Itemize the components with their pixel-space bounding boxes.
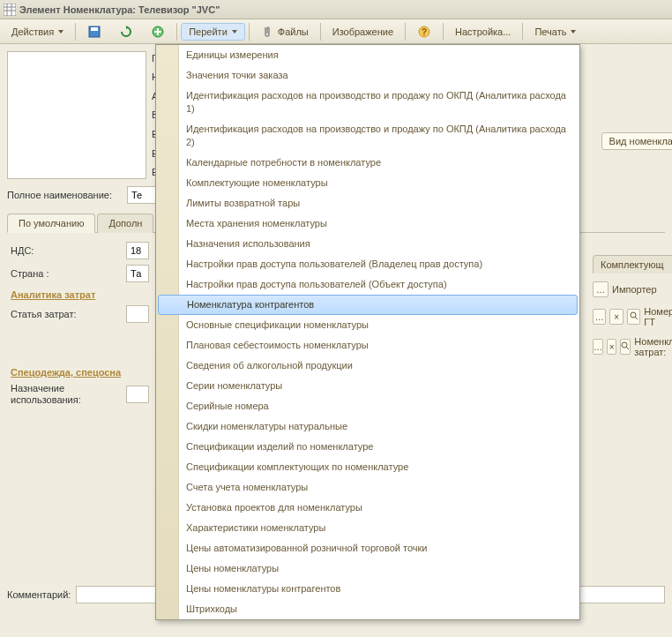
refresh-icon (119, 25, 133, 39)
toolbar-separator (320, 23, 321, 41)
app-grid-icon (4, 4, 16, 16)
menu-item[interactable]: Идентификация расходов на производство и… (156, 86, 579, 119)
save-icon-button[interactable] (79, 21, 109, 42)
image-label: Изображение (332, 26, 393, 37)
magnifier-icon (621, 341, 630, 352)
go-label: Перейти (189, 26, 228, 37)
tab-additional[interactable]: Дополн (97, 214, 153, 233)
files-label: Файлы (278, 26, 309, 37)
svg-line-16 (626, 347, 629, 349)
toolbar-separator (405, 23, 406, 41)
menu-item[interactable]: Цены автоматизированной розничной торгов… (156, 538, 579, 558)
menu-item[interactable]: Плановая себестоимость номенклатуры (156, 335, 579, 356)
label-comment: Комментарий: (7, 589, 71, 600)
menu-item[interactable]: Серийные номера (156, 396, 579, 416)
menu-item[interactable]: Сведения об алкогольной продукции (156, 356, 579, 376)
view-label: Вид номенкла (609, 136, 672, 146)
toolbar-separator (176, 23, 177, 41)
help-button[interactable]: ? (409, 21, 439, 42)
save-icon (87, 25, 101, 39)
label-cost-item: Статья затрат: (11, 309, 121, 319)
title-bar: Элемент Номенклатура: Телевизор "JVC" (0, 0, 672, 19)
label-gtd: Номер ГТ (644, 306, 672, 327)
view-nomenclature-button[interactable]: Вид номенкла (601, 132, 672, 150)
ellipsis-button[interactable]: … (593, 339, 603, 355)
search-button[interactable] (627, 309, 640, 325)
go-menu: Единицы измеренияЗначения точки заказаИд… (155, 44, 580, 620)
image-preview[interactable] (7, 51, 146, 179)
tab-kit[interactable]: Комплектующ (593, 255, 672, 274)
clear-button[interactable]: × (607, 339, 616, 355)
settings-label: Настройка... (455, 26, 511, 37)
chevron-down-icon (571, 30, 576, 34)
go-button[interactable]: Перейти (181, 23, 245, 41)
clear-button[interactable]: × (609, 309, 623, 325)
menu-item[interactable]: Значения точки заказа (156, 65, 579, 86)
chevron-down-icon (232, 30, 237, 34)
menu-item[interactable]: Номенклатура контрагентов (158, 295, 578, 315)
toolbar-separator (75, 23, 76, 41)
nds-input[interactable] (126, 242, 149, 259)
menu-item[interactable]: Скидки номенклатуры натуральные (156, 416, 579, 437)
ellipsis-button[interactable]: … (593, 281, 609, 297)
label-nom-cost: Номенкла затрат: (634, 336, 672, 357)
help-icon: ? (417, 25, 431, 39)
svg-line-14 (635, 317, 638, 319)
add-icon (151, 25, 165, 39)
actions-label: Действия (11, 26, 54, 37)
magnifier-icon (630, 311, 638, 322)
tab-default[interactable]: По умолчанию (7, 214, 95, 233)
svg-rect-0 (4, 4, 16, 16)
menu-item[interactable]: Комплектующие номенклатуры (156, 173, 579, 193)
cost-item-field[interactable] (126, 305, 149, 323)
menu-item[interactable]: Единицы измерения (156, 45, 579, 65)
search-button[interactable] (620, 339, 631, 355)
menu-item[interactable]: Серии номенклатуры (156, 376, 579, 396)
menu-item[interactable]: Настройки прав доступа пользователей (Вл… (156, 254, 579, 274)
menu-item[interactable]: Характеристики номенклатуры (156, 518, 579, 538)
menu-item[interactable]: Настройки прав доступа пользователей (Об… (156, 274, 579, 295)
settings-button[interactable]: Настройка... (447, 23, 519, 41)
label-importer: Импортер (612, 284, 657, 295)
menu-item[interactable]: Спецификации комплектующих по номенклату… (156, 457, 579, 477)
right-column: Комплектующ … Импортер … × Номер ГТ … × … (593, 254, 672, 357)
menu-item[interactable]: Установка проектов для номенклатуры (156, 498, 579, 518)
add-icon-button[interactable] (143, 21, 173, 42)
menu-item[interactable]: Цены номенклатуры контрагентов (156, 579, 579, 599)
clip-icon (261, 25, 275, 39)
menu-item[interactable]: Назначения использования (156, 234, 579, 254)
menu-item[interactable]: Штрихкоды (156, 599, 579, 619)
label-country: Страна : (11, 268, 121, 279)
menu-item[interactable]: Спецификации изделий по номенклатуре (156, 437, 579, 457)
image-button[interactable]: Изображение (325, 23, 401, 41)
svg-rect-6 (91, 27, 98, 31)
menu-item[interactable]: Места хранения номенклатуры (156, 214, 579, 234)
menu-item[interactable]: Основные спецификации номенклатуры (156, 315, 579, 335)
label-usage: Назначение использования: (11, 383, 121, 406)
label-fullname: Полное наименование: (7, 190, 122, 200)
menu-item[interactable]: Лимиты возвратной тары (156, 193, 579, 214)
svg-text:?: ? (422, 27, 427, 37)
menu-item[interactable]: Идентификация расходов на производство и… (156, 119, 579, 153)
actions-button[interactable]: Действия (4, 23, 71, 41)
toolbar: Действия Перейти Файлы Изображение ? (0, 19, 672, 44)
window-title: Элемент Номенклатура: Телевизор "JVC" (19, 4, 220, 15)
menu-item[interactable]: Цены номенклатуры (156, 558, 579, 579)
toolbar-separator (522, 23, 523, 41)
files-button[interactable]: Файлы (253, 21, 317, 42)
ellipsis-button[interactable]: … (593, 309, 606, 325)
refresh-icon-button[interactable] (111, 21, 141, 42)
menu-item[interactable]: Счета учета номенклатуры (156, 477, 579, 498)
country-input[interactable] (126, 265, 149, 282)
print-button[interactable]: Печать (526, 23, 584, 41)
label-nds: НДС: (11, 245, 121, 256)
toolbar-separator (443, 23, 444, 41)
menu-item[interactable]: Календарные потребности в номенклатуре (156, 153, 579, 173)
toolbar-separator (249, 23, 250, 41)
usage-field[interactable] (126, 386, 149, 403)
print-label: Печать (534, 26, 566, 37)
chevron-down-icon (58, 30, 63, 34)
